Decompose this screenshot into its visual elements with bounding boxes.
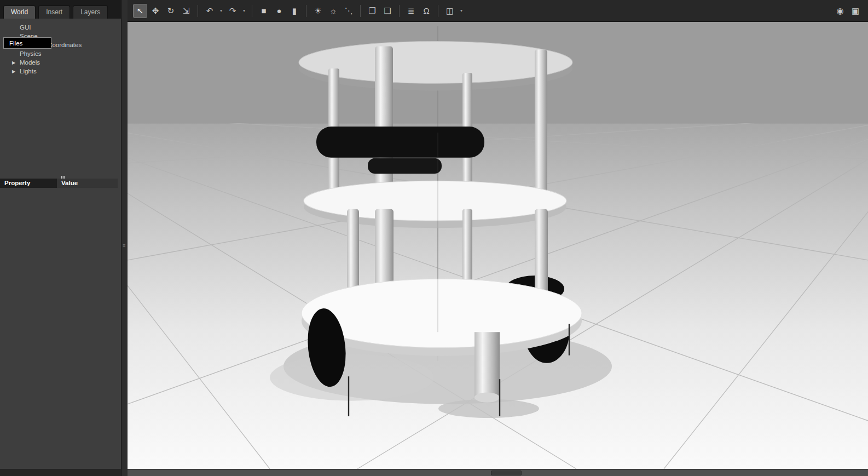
undo-history-caret-icon[interactable]: ▾: [218, 4, 224, 18]
insert-cylinder-button[interactable]: ▮: [287, 4, 302, 18]
snap-button[interactable]: Ω: [419, 4, 433, 18]
insert-sphere-button[interactable]: ●: [272, 4, 286, 18]
view-angle-button[interactable]: ◫: [443, 4, 457, 18]
screenshot-button[interactable]: ◉: [833, 4, 847, 18]
tree-item-models[interactable]: ▶ Models: [0, 58, 121, 67]
kinect-sensor-base: [368, 158, 442, 174]
left-panel: World Insert Layers GUI Scene Spherical …: [0, 0, 121, 476]
column-resize-handle[interactable]: [61, 176, 65, 179]
splitter-grip-icon: ≡: [123, 244, 125, 246]
panel-splitter[interactable]: ≡: [121, 0, 128, 476]
caster-wheel: [474, 332, 500, 397]
toolbar: ↖ ✥ ↻ ⇲ ↶ ▾ ↷ ▾ ■ ● ▮ ☀ ☼ ⋱ ❐ ❏ ≣ Ω ◫ ▾: [128, 0, 868, 22]
kinect-sensor: [316, 127, 484, 158]
sidebar-footer: [0, 469, 121, 476]
tree-item-label: Physics: [20, 50, 42, 57]
directional-light-button[interactable]: ⋱: [342, 4, 356, 18]
tree-item-physics[interactable]: Physics: [0, 49, 121, 58]
toolbar-separator: [438, 5, 438, 17]
paste-button[interactable]: ❏: [380, 4, 395, 18]
robot-shadow-left: [270, 354, 434, 401]
view-angle-caret-icon[interactable]: ▾: [458, 4, 465, 18]
expander-icon[interactable]: ▶: [12, 60, 20, 65]
tree-item-label: Lights: [20, 68, 37, 74]
tree-item-label: GUI: [20, 24, 31, 31]
undo-button[interactable]: ↶: [202, 4, 217, 18]
scale-tool-button[interactable]: ⇲: [179, 4, 193, 18]
copy-button[interactable]: ❐: [365, 4, 379, 18]
panel-tab-bar: World Insert Layers: [0, 0, 121, 19]
insert-box-button[interactable]: ■: [257, 4, 271, 18]
tab-insert[interactable]: Insert: [38, 5, 70, 19]
tree-item-gui[interactable]: GUI: [0, 23, 121, 32]
toolbar-separator: [198, 5, 198, 17]
viewport-scene[interactable]: [128, 22, 868, 469]
time-panel-collapsed: [128, 469, 868, 476]
property-table-header: Property Value: [0, 179, 118, 188]
record-log-button[interactable]: ▣: [848, 4, 863, 18]
tab-world[interactable]: World: [3, 5, 36, 19]
redo-history-caret-icon[interactable]: ▾: [241, 4, 247, 18]
time-panel-expand-handle[interactable]: [491, 471, 522, 475]
files-tooltip: Files: [3, 37, 51, 49]
main-area: ↖ ✥ ↻ ⇲ ↶ ▾ ↷ ▾ ■ ● ▮ ☀ ☼ ⋱ ❐ ❏ ≣ Ω ◫ ▾: [128, 0, 868, 476]
expander-icon[interactable]: ▶: [12, 69, 20, 74]
value-column-label: Value: [61, 180, 78, 186]
translate-tool-button[interactable]: ✥: [148, 4, 163, 18]
tab-layers[interactable]: Layers: [73, 5, 108, 19]
middle-plate: [304, 181, 566, 221]
point-light-button[interactable]: ☀: [311, 4, 325, 18]
tree-item-label: Models: [20, 59, 40, 66]
redo-button[interactable]: ↷: [225, 4, 240, 18]
top-plate: [299, 41, 572, 83]
toolbar-separator: [252, 5, 252, 17]
spot-light-button[interactable]: ☼: [326, 4, 340, 18]
rotate-tool-button[interactable]: ↻: [164, 4, 178, 18]
align-button[interactable]: ≣: [404, 4, 418, 18]
toolbar-separator: [399, 5, 400, 17]
gazebo-window: World Insert Layers GUI Scene Spherical …: [0, 0, 868, 476]
value-column-header: Value: [57, 179, 118, 188]
render-viewport[interactable]: [128, 22, 868, 469]
property-column-header: Property: [0, 179, 57, 188]
toolbar-separator: [360, 5, 361, 17]
toolbar-separator: [306, 5, 306, 17]
select-tool-button[interactable]: ↖: [133, 4, 147, 18]
caster-wheel-bottom: [474, 392, 500, 402]
tree-item-lights[interactable]: ▶ Lights: [0, 67, 121, 76]
